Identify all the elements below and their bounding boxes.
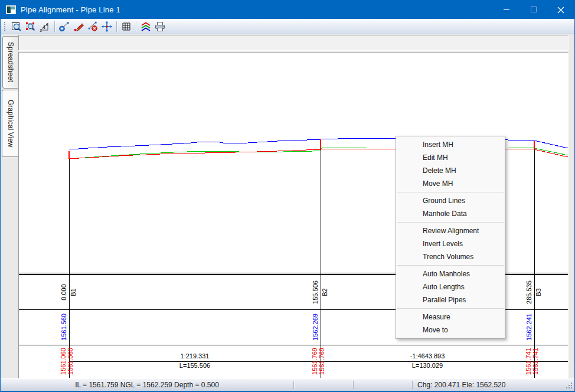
ground-lines-button[interactable]: [139, 19, 153, 33]
toolbar-grip[interactable]: [4, 22, 6, 31]
maximize-button[interactable]: [520, 1, 547, 19]
zoom-window-icon: [25, 21, 37, 32]
tab-graphical-view[interactable]: Graphical View: [2, 90, 18, 157]
mh-chainage-label: 155.506: [312, 276, 319, 309]
pipe-line-red-3: [534, 149, 568, 157]
mh-name-label: B2: [321, 276, 329, 309]
grid-icon: [120, 21, 132, 32]
print-button[interactable]: [153, 19, 167, 33]
pipe-length-label: L=130.029: [386, 362, 469, 370]
menu-item-ground-lines[interactable]: Ground Lines: [396, 194, 505, 207]
menu-item-move-mh[interactable]: Move MH: [396, 177, 505, 190]
header-band: [18, 35, 569, 51]
edit-node-icon: [73, 21, 84, 32]
mh-name-label: B3: [535, 276, 543, 309]
grid-button[interactable]: [119, 19, 133, 33]
mh-invert-label: 1561.060: [67, 345, 74, 377]
menu-item-auto-manholes[interactable]: Auto Manholes: [396, 267, 505, 280]
minimize-button[interactable]: [493, 1, 520, 19]
close-icon: [557, 6, 564, 14]
toolbar-separator: [116, 21, 117, 32]
svg-text:1: 1: [40, 28, 42, 32]
edit-node-button[interactable]: [71, 19, 86, 33]
menu-item-invert-levels[interactable]: Invert Levels: [396, 237, 505, 250]
toolbar-separator: [136, 21, 136, 32]
toolbar-separator: [54, 21, 55, 32]
menu-item-move-to[interactable]: Move to: [396, 324, 505, 337]
context-menu: Insert MHEdit MHDelete MHMove MHGround L…: [396, 136, 505, 339]
vertical-scale-icon: 4 x 1: [39, 21, 51, 32]
mh-chainage-label: 285.535: [525, 276, 533, 309]
app-icon: [6, 5, 16, 14]
zoom-extents-button[interactable]: [9, 19, 24, 33]
toolbar: 4 x 1: [1, 19, 574, 34]
menu-separator: [397, 308, 504, 309]
content-area: Spreadsheet Graphical View 0.000B11561.5…: [1, 34, 574, 378]
mh-ngl-label: 1562.269: [312, 310, 319, 344]
pipe-line-red-1: [69, 149, 321, 159]
menu-item-delete-mh[interactable]: Delete MH: [396, 164, 505, 177]
zoom-extents-icon: [11, 21, 22, 32]
pipe-gradient-label: 1:219.331: [153, 352, 236, 360]
mh-invert-label: 1561.769: [318, 345, 326, 377]
move-node-button[interactable]: [100, 19, 114, 33]
vertical-scale-button[interactable]: 4 x 1: [38, 19, 52, 33]
ground-lines-icon: [140, 21, 152, 32]
pipe-length-label: L=155.506: [153, 362, 236, 370]
delete-node-button[interactable]: [86, 19, 100, 33]
close-button[interactable]: [547, 1, 574, 19]
menu-item-parallel-pipes[interactable]: Parallel Pipes: [396, 293, 505, 306]
app-window: Pipe Alignment - Pipe Line 1: [0, 0, 575, 392]
status-bar: IL = 1561.759 NGL = 1562.259 Depth = 0.5…: [1, 378, 574, 391]
status-levels: IL = 1561.759 NGL = 1562.259 Depth = 0.5…: [1, 381, 293, 389]
svg-text:x: x: [46, 22, 48, 27]
resize-grip[interactable]: [571, 383, 572, 384]
maximize-icon: [531, 6, 537, 13]
menu-item-manhole-data[interactable]: Manhole Data: [396, 207, 505, 220]
pipe-gradient-label: -1:4643.893: [386, 352, 469, 360]
status-position: Chg: 200.471 Ele: 1562.520: [417, 381, 505, 389]
title-bar: Pipe Alignment - Pipe Line 1: [1, 1, 574, 19]
menu-separator: [397, 265, 504, 266]
move-node-icon: [101, 21, 113, 32]
delete-node-icon: [87, 21, 99, 32]
menu-item-measure[interactable]: Measure: [396, 311, 505, 324]
menu-item-auto-lengths[interactable]: Auto Lengths: [396, 280, 505, 293]
mh-chainage-label: 0.000: [60, 276, 68, 309]
menu-separator: [397, 192, 504, 192]
menu-item-review-alignment[interactable]: Review Alignment: [396, 224, 505, 237]
status-separator: [293, 381, 294, 389]
mh-ngl-label: 1562.241: [525, 310, 533, 344]
mh-invert-label: 1561.741: [532, 345, 540, 377]
status-separator: [412, 381, 413, 389]
window-title: Pipe Alignment - Pipe Line 1: [21, 5, 120, 14]
tab-strip: Spreadsheet Graphical View: [1, 34, 18, 378]
insert-node-button[interactable]: [57, 19, 71, 33]
menu-item-insert-mh[interactable]: Insert MH: [396, 138, 505, 151]
zoom-window-button[interactable]: [24, 19, 38, 33]
mh-name-label: B1: [70, 276, 77, 309]
menu-separator: [397, 222, 504, 223]
menu-item-trench-volumes[interactable]: Trench Volumes: [396, 250, 505, 263]
status-separator: [353, 381, 354, 389]
menu-item-edit-mh[interactable]: Edit MH: [396, 151, 505, 164]
print-icon: [154, 21, 166, 32]
tab-spreadsheet[interactable]: Spreadsheet: [2, 36, 18, 89]
insert-node-icon: [58, 21, 70, 32]
minimize-icon: [504, 6, 510, 13]
svg-text:4: 4: [43, 24, 45, 30]
mh-ngl-label: 1561.560: [60, 310, 68, 344]
